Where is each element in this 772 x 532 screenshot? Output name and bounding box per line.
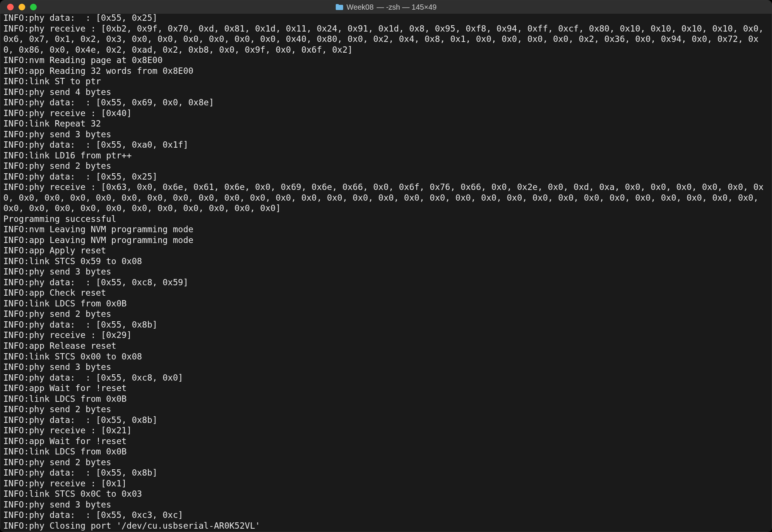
terminal-line: INFO:app Reading 32 words from 0x8E00: [3, 66, 769, 76]
terminal-line: INFO:link Repeat 32: [3, 118, 769, 129]
terminal-line: INFO:phy send 3 bytes: [3, 362, 769, 372]
terminal-line: INFO:phy send 2 bytes: [3, 309, 769, 319]
minimize-button[interactable]: [19, 4, 25, 10]
terminal-line: INFO:app Check reset: [3, 288, 769, 298]
terminal-line: INFO:app Release reset: [3, 341, 769, 351]
terminal-line: INFO:link LDCS from 0x0B: [3, 446, 769, 457]
terminal-line: INFO:link LD16 from ptr++: [3, 150, 769, 161]
terminal-line: INFO:phy data: : [0x55, 0x69, 0x0, 0x8e]: [3, 97, 769, 108]
terminal-line: INFO:nvm Reading page at 0x8E00: [3, 55, 769, 66]
terminal-line: INFO:phy data: : [0x55, 0x8b]: [3, 467, 769, 478]
terminal-window: Week08 — -zsh — 145×49 INFO:phy data: : …: [0, 0, 772, 532]
terminal-line: INFO:phy receive : [0x63, 0x0, 0x6e, 0x6…: [3, 182, 769, 214]
terminal-line: INFO:phy data: : [0x55, 0x8b]: [3, 415, 769, 426]
terminal-line: INFO:phy data: : [0x55, 0x8b]: [3, 319, 769, 330]
folder-icon: [335, 4, 344, 10]
window-title: Week08 — -zsh — 145×49: [0, 3, 772, 12]
terminal-line: INFO:app Apply reset: [3, 245, 769, 256]
terminal-line: INFO:app Wait for !reset: [3, 383, 769, 394]
titlebar[interactable]: Week08 — -zsh — 145×49: [0, 0, 772, 14]
terminal-line: INFO:phy receive : [0x1]: [3, 478, 769, 489]
terminal-line: INFO:link LDCS from 0x0B: [3, 394, 769, 404]
terminal-line: INFO:phy receive : [0x40]: [3, 108, 769, 119]
terminal-line: INFO:app Wait for !reset: [3, 436, 769, 447]
terminal-line: INFO:phy receive : [0x21]: [3, 425, 769, 436]
close-button[interactable]: [7, 4, 14, 10]
terminal-output[interactable]: INFO:phy data: : [0x55, 0x25]INFO:phy re…: [0, 14, 772, 532]
terminal-line: INFO:link STCS 0x59 to 0x08: [3, 256, 769, 267]
terminal-line: INFO:app Leaving NVM programming mode: [3, 235, 769, 246]
terminal-line: INFO:phy send 2 bytes: [3, 404, 769, 415]
terminal-line: INFO:link STCS 0x0C to 0x03: [3, 489, 769, 499]
terminal-line: INFO:phy data: : [0x55, 0xc8, 0x0]: [3, 372, 769, 383]
title-folder-name: Week08: [346, 3, 374, 12]
traffic-lights: [0, 4, 37, 10]
maximize-button[interactable]: [30, 4, 37, 10]
terminal-line: INFO:phy send 3 bytes: [3, 499, 769, 510]
terminal-line: INFO:link STCS 0x00 to 0x08: [3, 351, 769, 362]
terminal-line: INFO:phy data: : [0x55, 0xc3, 0xc]: [3, 510, 769, 520]
terminal-line: INFO:phy send 4 bytes: [3, 87, 769, 98]
terminal-line: INFO:phy Closing port '/dev/cu.usbserial…: [3, 520, 769, 531]
terminal-line: INFO:link ST to ptr: [3, 76, 769, 87]
terminal-line: INFO:phy send 2 bytes: [3, 161, 769, 171]
terminal-line: INFO:phy data: : [0x55, 0xc8, 0x59]: [3, 277, 769, 288]
terminal-line: INFO:phy receive : [0x29]: [3, 330, 769, 341]
terminal-line: INFO:nvm Leaving NVM programming mode: [3, 224, 769, 235]
terminal-line: Programming successful: [3, 214, 769, 224]
terminal-line: INFO:phy send 2 bytes: [3, 457, 769, 468]
terminal-line: INFO:link LDCS from 0x0B: [3, 298, 769, 309]
title-rest: — -zsh — 145×49: [377, 3, 437, 12]
terminal-line: INFO:phy data: : [0x55, 0x25]: [3, 171, 769, 182]
terminal-line: INFO:phy data: : [0x55, 0xa0, 0x1f]: [3, 139, 769, 150]
terminal-line: INFO:phy send 3 bytes: [3, 266, 769, 277]
terminal-line: INFO:phy receive : [0xb2, 0x9f, 0x70, 0x…: [3, 23, 769, 55]
terminal-line: INFO:phy send 3 bytes: [3, 129, 769, 140]
terminal-line: INFO:phy data: : [0x55, 0x25]: [3, 14, 769, 23]
